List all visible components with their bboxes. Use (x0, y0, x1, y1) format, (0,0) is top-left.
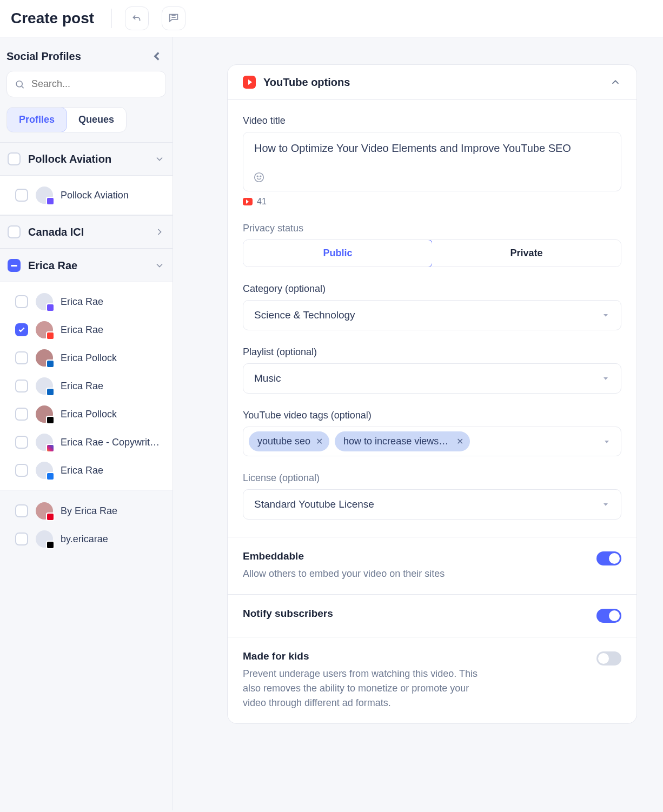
undo-icon (131, 12, 143, 24)
avatar (36, 434, 53, 451)
group-canada-ici[interactable]: Canada ICI (0, 215, 173, 249)
profile-checkbox[interactable] (15, 380, 28, 392)
category-label: Category (optional) (243, 283, 621, 295)
caret-down-icon (602, 437, 611, 446)
search-icon (15, 79, 25, 90)
sidebar-title: Social Profiles (6, 50, 81, 63)
toggle-notify[interactable] (596, 609, 621, 623)
profile-checkbox[interactable] (15, 351, 28, 364)
tag-remove-icon[interactable]: ✕ (456, 436, 463, 447)
profile-row[interactable]: Erica Rae (0, 316, 173, 344)
privacy-public[interactable]: Public (243, 239, 433, 267)
switch-notify: Notify subscribers (228, 594, 637, 637)
card-title: YouTube options (263, 76, 602, 89)
profile-checkbox-checked[interactable] (15, 323, 28, 336)
profile-row[interactable]: Erica Rae (0, 288, 173, 316)
svg-marker-5 (604, 314, 608, 317)
profile-label: Erica Rae (61, 465, 103, 476)
chevron-up-icon[interactable] (609, 76, 621, 88)
smile-icon (253, 171, 265, 183)
profile-checkbox[interactable] (15, 533, 28, 545)
license-value: Standard Youtube License (254, 498, 374, 510)
avatar (36, 293, 53, 310)
undo-button[interactable] (125, 6, 149, 30)
facebook-icon (46, 472, 55, 481)
license-dropdown[interactable]: Standard Youtube License (243, 489, 621, 520)
card-header[interactable]: YouTube options (228, 65, 637, 100)
profile-checkbox[interactable] (15, 436, 28, 449)
svg-point-0 (16, 81, 22, 86)
video-title-input[interactable]: How to Optimize Your Video Elements and … (243, 132, 621, 191)
profile-label: Erica Pollock (61, 409, 117, 420)
main-content: YouTube options Video title How to Optim… (173, 37, 663, 756)
check-icon (18, 326, 25, 334)
toggle-kids[interactable] (596, 651, 621, 665)
tag-chip[interactable]: how to increase views on … ✕ (335, 431, 470, 451)
profile-row[interactable]: By Erica Rae (0, 497, 173, 525)
group-pollock-aviation[interactable]: Pollock Aviation (0, 142, 173, 176)
tag-chip[interactable]: youtube seo ✕ (249, 431, 329, 451)
linkedin-icon (46, 388, 55, 396)
group-erica-rae[interactable]: Erica Rae (0, 249, 173, 282)
chevron-down-icon[interactable] (154, 154, 165, 164)
tags-label: YouTube video tags (optional) (243, 410, 621, 421)
avatar (36, 187, 53, 204)
comments-button[interactable] (162, 6, 185, 30)
emoji-picker-button[interactable] (253, 171, 265, 183)
tag-text: how to increase views on … (343, 436, 451, 447)
profile-row[interactable]: Erica Rae - Copywriter … (0, 428, 173, 456)
caret-down-icon (601, 374, 610, 383)
privacy-segmented: Public Private (243, 239, 621, 267)
tags-input[interactable]: youtube seo ✕ how to increase views on …… (243, 427, 621, 456)
search-input[interactable] (30, 78, 158, 90)
profile-checkbox[interactable] (15, 189, 28, 202)
category-dropdown[interactable]: Science & Technology (243, 300, 621, 330)
profile-label: Pollock Aviation (61, 190, 129, 201)
profile-label: Erica Rae (61, 296, 103, 308)
profile-row[interactable]: Pollock Aviation (0, 181, 173, 209)
profile-label: by.ericarae (61, 534, 108, 545)
avatar (36, 377, 53, 395)
collapse-sidebar-icon[interactable] (150, 49, 164, 63)
caret-down-icon (601, 311, 610, 320)
category-value: Science & Technology (254, 309, 355, 321)
profile-row[interactable]: Erica Pollock (0, 400, 173, 428)
svg-point-3 (257, 176, 258, 177)
profile-checkbox[interactable] (15, 295, 28, 308)
avatar (36, 405, 53, 423)
pinterest-icon (46, 513, 55, 521)
youtube-icon (243, 76, 256, 89)
avatar (36, 502, 53, 520)
tag-text: youtube seo (257, 436, 310, 447)
group-checkbox[interactable] (8, 152, 21, 165)
tiktok-icon (46, 541, 55, 549)
profile-checkbox[interactable] (15, 504, 28, 517)
privacy-private[interactable]: Private (432, 240, 621, 267)
profile-row[interactable]: Erica Rae (0, 456, 173, 484)
tag-remove-icon[interactable]: ✕ (316, 436, 323, 447)
group-checkbox-indeterminate[interactable] (8, 259, 21, 272)
network-badge (46, 197, 55, 205)
playlist-dropdown[interactable]: Music (243, 363, 621, 394)
profile-checkbox[interactable] (15, 464, 28, 477)
profile-row[interactable]: Erica Rae (0, 372, 173, 400)
chevron-right-icon[interactable] (154, 227, 165, 237)
profile-row[interactable]: by.ericarae (0, 525, 173, 553)
sidebar: Social Profiles Profiles Queues Pollock … (0, 37, 173, 810)
chevron-down-icon[interactable] (154, 260, 165, 271)
tab-profiles[interactable]: Profiles (6, 107, 67, 132)
svg-marker-7 (605, 441, 609, 443)
privacy-label: Privacy status (243, 223, 621, 234)
search-input-wrap[interactable] (6, 71, 166, 97)
avatar (36, 321, 53, 338)
toggle-embeddable[interactable] (596, 551, 621, 565)
profile-row[interactable]: Erica Pollock (0, 344, 173, 372)
tab-queues[interactable]: Queues (67, 108, 126, 132)
youtube-options-card: YouTube options Video title How to Optim… (227, 64, 637, 724)
caret-down-icon (601, 500, 610, 509)
profile-checkbox[interactable] (15, 408, 28, 421)
linkedin-icon (46, 360, 55, 368)
page-title: Create post (11, 10, 94, 27)
instagram-icon (46, 444, 55, 452)
group-checkbox[interactable] (8, 225, 21, 238)
